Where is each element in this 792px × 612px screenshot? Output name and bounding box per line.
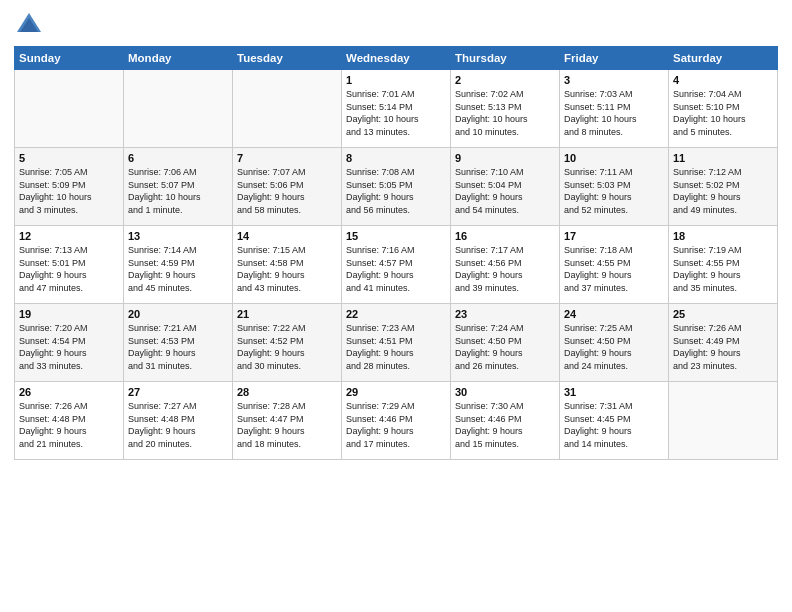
day-number: 31 <box>564 386 664 398</box>
day-info: Sunrise: 7:13 AM Sunset: 5:01 PM Dayligh… <box>19 244 119 294</box>
day-number: 27 <box>128 386 228 398</box>
day-number: 5 <box>19 152 119 164</box>
weekday-header-row: SundayMondayTuesdayWednesdayThursdayFrid… <box>15 47 778 70</box>
calendar-cell: 20Sunrise: 7:21 AM Sunset: 4:53 PM Dayli… <box>124 304 233 382</box>
day-number: 4 <box>673 74 773 86</box>
week-row-3: 19Sunrise: 7:20 AM Sunset: 4:54 PM Dayli… <box>15 304 778 382</box>
day-number: 12 <box>19 230 119 242</box>
day-number: 30 <box>455 386 555 398</box>
day-info: Sunrise: 7:03 AM Sunset: 5:11 PM Dayligh… <box>564 88 664 138</box>
calendar: SundayMondayTuesdayWednesdayThursdayFrid… <box>14 46 778 460</box>
weekday-header-monday: Monday <box>124 47 233 70</box>
day-number: 28 <box>237 386 337 398</box>
day-number: 29 <box>346 386 446 398</box>
calendar-cell: 25Sunrise: 7:26 AM Sunset: 4:49 PM Dayli… <box>669 304 778 382</box>
day-number: 8 <box>346 152 446 164</box>
calendar-cell: 10Sunrise: 7:11 AM Sunset: 5:03 PM Dayli… <box>560 148 669 226</box>
day-info: Sunrise: 7:26 AM Sunset: 4:48 PM Dayligh… <box>19 400 119 450</box>
logo <box>14 10 48 40</box>
day-info: Sunrise: 7:15 AM Sunset: 4:58 PM Dayligh… <box>237 244 337 294</box>
day-info: Sunrise: 7:29 AM Sunset: 4:46 PM Dayligh… <box>346 400 446 450</box>
calendar-cell: 24Sunrise: 7:25 AM Sunset: 4:50 PM Dayli… <box>560 304 669 382</box>
calendar-cell: 18Sunrise: 7:19 AM Sunset: 4:55 PM Dayli… <box>669 226 778 304</box>
calendar-cell: 29Sunrise: 7:29 AM Sunset: 4:46 PM Dayli… <box>342 382 451 460</box>
day-number: 2 <box>455 74 555 86</box>
day-info: Sunrise: 7:16 AM Sunset: 4:57 PM Dayligh… <box>346 244 446 294</box>
day-number: 20 <box>128 308 228 320</box>
weekday-header-saturday: Saturday <box>669 47 778 70</box>
day-info: Sunrise: 7:26 AM Sunset: 4:49 PM Dayligh… <box>673 322 773 372</box>
calendar-cell <box>233 70 342 148</box>
day-number: 1 <box>346 74 446 86</box>
weekday-header-sunday: Sunday <box>15 47 124 70</box>
day-number: 16 <box>455 230 555 242</box>
calendar-cell: 31Sunrise: 7:31 AM Sunset: 4:45 PM Dayli… <box>560 382 669 460</box>
week-row-0: 1Sunrise: 7:01 AM Sunset: 5:14 PM Daylig… <box>15 70 778 148</box>
day-info: Sunrise: 7:27 AM Sunset: 4:48 PM Dayligh… <box>128 400 228 450</box>
calendar-cell: 26Sunrise: 7:26 AM Sunset: 4:48 PM Dayli… <box>15 382 124 460</box>
calendar-cell: 2Sunrise: 7:02 AM Sunset: 5:13 PM Daylig… <box>451 70 560 148</box>
day-number: 14 <box>237 230 337 242</box>
day-number: 24 <box>564 308 664 320</box>
day-info: Sunrise: 7:25 AM Sunset: 4:50 PM Dayligh… <box>564 322 664 372</box>
day-number: 7 <box>237 152 337 164</box>
calendar-cell: 17Sunrise: 7:18 AM Sunset: 4:55 PM Dayli… <box>560 226 669 304</box>
day-number: 6 <box>128 152 228 164</box>
calendar-cell: 3Sunrise: 7:03 AM Sunset: 5:11 PM Daylig… <box>560 70 669 148</box>
calendar-cell: 15Sunrise: 7:16 AM Sunset: 4:57 PM Dayli… <box>342 226 451 304</box>
day-number: 10 <box>564 152 664 164</box>
calendar-cell <box>124 70 233 148</box>
day-number: 22 <box>346 308 446 320</box>
weekday-header-friday: Friday <box>560 47 669 70</box>
calendar-cell: 9Sunrise: 7:10 AM Sunset: 5:04 PM Daylig… <box>451 148 560 226</box>
day-number: 21 <box>237 308 337 320</box>
day-number: 18 <box>673 230 773 242</box>
calendar-cell: 27Sunrise: 7:27 AM Sunset: 4:48 PM Dayli… <box>124 382 233 460</box>
calendar-cell <box>669 382 778 460</box>
calendar-cell: 23Sunrise: 7:24 AM Sunset: 4:50 PM Dayli… <box>451 304 560 382</box>
day-info: Sunrise: 7:02 AM Sunset: 5:13 PM Dayligh… <box>455 88 555 138</box>
day-number: 13 <box>128 230 228 242</box>
day-info: Sunrise: 7:11 AM Sunset: 5:03 PM Dayligh… <box>564 166 664 216</box>
day-number: 11 <box>673 152 773 164</box>
day-info: Sunrise: 7:14 AM Sunset: 4:59 PM Dayligh… <box>128 244 228 294</box>
header <box>14 10 778 40</box>
calendar-cell: 16Sunrise: 7:17 AM Sunset: 4:56 PM Dayli… <box>451 226 560 304</box>
day-number: 15 <box>346 230 446 242</box>
calendar-cell: 6Sunrise: 7:06 AM Sunset: 5:07 PM Daylig… <box>124 148 233 226</box>
day-info: Sunrise: 7:18 AM Sunset: 4:55 PM Dayligh… <box>564 244 664 294</box>
calendar-cell: 4Sunrise: 7:04 AM Sunset: 5:10 PM Daylig… <box>669 70 778 148</box>
calendar-cell: 11Sunrise: 7:12 AM Sunset: 5:02 PM Dayli… <box>669 148 778 226</box>
week-row-1: 5Sunrise: 7:05 AM Sunset: 5:09 PM Daylig… <box>15 148 778 226</box>
day-info: Sunrise: 7:21 AM Sunset: 4:53 PM Dayligh… <box>128 322 228 372</box>
day-number: 26 <box>19 386 119 398</box>
day-info: Sunrise: 7:04 AM Sunset: 5:10 PM Dayligh… <box>673 88 773 138</box>
day-info: Sunrise: 7:12 AM Sunset: 5:02 PM Dayligh… <box>673 166 773 216</box>
page: SundayMondayTuesdayWednesdayThursdayFrid… <box>0 0 792 612</box>
calendar-cell: 28Sunrise: 7:28 AM Sunset: 4:47 PM Dayli… <box>233 382 342 460</box>
day-info: Sunrise: 7:31 AM Sunset: 4:45 PM Dayligh… <box>564 400 664 450</box>
day-info: Sunrise: 7:28 AM Sunset: 4:47 PM Dayligh… <box>237 400 337 450</box>
calendar-cell: 21Sunrise: 7:22 AM Sunset: 4:52 PM Dayli… <box>233 304 342 382</box>
calendar-cell: 1Sunrise: 7:01 AM Sunset: 5:14 PM Daylig… <box>342 70 451 148</box>
day-info: Sunrise: 7:06 AM Sunset: 5:07 PM Dayligh… <box>128 166 228 216</box>
calendar-cell: 19Sunrise: 7:20 AM Sunset: 4:54 PM Dayli… <box>15 304 124 382</box>
logo-icon <box>14 10 44 40</box>
day-info: Sunrise: 7:19 AM Sunset: 4:55 PM Dayligh… <box>673 244 773 294</box>
calendar-cell: 30Sunrise: 7:30 AM Sunset: 4:46 PM Dayli… <box>451 382 560 460</box>
weekday-header-thursday: Thursday <box>451 47 560 70</box>
day-info: Sunrise: 7:17 AM Sunset: 4:56 PM Dayligh… <box>455 244 555 294</box>
calendar-cell: 12Sunrise: 7:13 AM Sunset: 5:01 PM Dayli… <box>15 226 124 304</box>
day-info: Sunrise: 7:10 AM Sunset: 5:04 PM Dayligh… <box>455 166 555 216</box>
day-number: 9 <box>455 152 555 164</box>
day-info: Sunrise: 7:08 AM Sunset: 5:05 PM Dayligh… <box>346 166 446 216</box>
day-info: Sunrise: 7:23 AM Sunset: 4:51 PM Dayligh… <box>346 322 446 372</box>
week-row-2: 12Sunrise: 7:13 AM Sunset: 5:01 PM Dayli… <box>15 226 778 304</box>
day-number: 19 <box>19 308 119 320</box>
week-row-4: 26Sunrise: 7:26 AM Sunset: 4:48 PM Dayli… <box>15 382 778 460</box>
day-info: Sunrise: 7:05 AM Sunset: 5:09 PM Dayligh… <box>19 166 119 216</box>
day-info: Sunrise: 7:30 AM Sunset: 4:46 PM Dayligh… <box>455 400 555 450</box>
day-info: Sunrise: 7:20 AM Sunset: 4:54 PM Dayligh… <box>19 322 119 372</box>
weekday-header-tuesday: Tuesday <box>233 47 342 70</box>
day-info: Sunrise: 7:01 AM Sunset: 5:14 PM Dayligh… <box>346 88 446 138</box>
